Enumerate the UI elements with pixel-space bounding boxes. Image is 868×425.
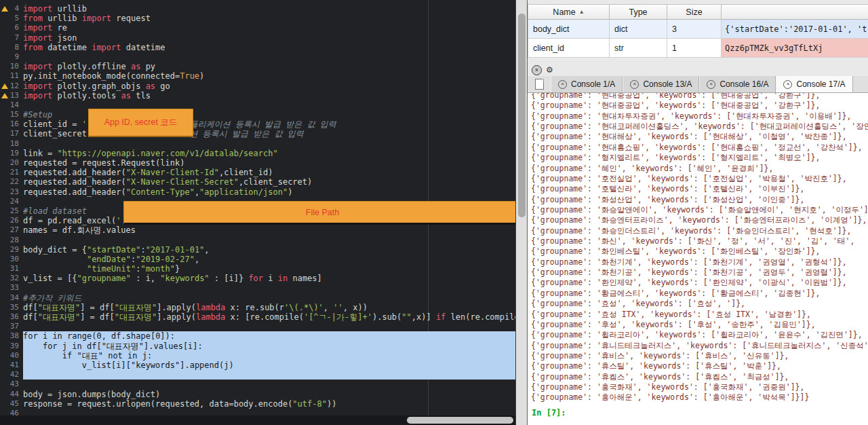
column-header-name[interactable]: Name ▲ [528,4,610,20]
code-line-16[interactable]: 16client_id = ' 플리케이션 등록시 발급 받은 값 입력 [0,119,515,129]
console-output-line: {'groupname': '휠라코리아', 'keywords': ['휠라코… [531,330,868,340]
code-line-31[interactable]: 31 "timeUnit":"month"} [0,264,515,274]
code-line-8[interactable]: 8from datetime import datetime [0,43,515,52]
code-line-28[interactable]: 28 [0,236,515,245]
sort-asc-icon: ▲ [579,9,585,15]
line-number: 31 [0,264,23,274]
code-line-4[interactable]: 4import urllib [0,4,515,14]
tab-close-icon[interactable]: × [783,80,792,89]
console-output-line: {'groupname': '효성', 'keywords': ['효성', '… [531,299,868,309]
line-number: 26 [0,216,23,225]
options-gear-icon[interactable]: ⚙ [546,66,553,75]
line-number: 25 [0,206,23,216]
console-prompt[interactable]: In [7]: [532,408,566,418]
code-line-19[interactable]: 19link = "https://openapi.naver.com/v1/d… [0,149,515,158]
console-tabs: ×Console 1/A×Console 13/A×Console 16/A×C… [551,76,853,92]
code-line-35[interactable]: 35df["대표자명"] = df["대표자명"].apply(lambda x… [0,303,515,312]
code-line-40[interactable]: 40 if "대표" not in j: [0,351,515,361]
code-line-18[interactable]: 18 [0,139,515,149]
code-line-30[interactable]: 30 "endDate":"2019-02-27", [0,255,515,264]
console-output[interactable]: {'groupname': '현대중공업', 'keywords': ['현대중… [531,90,868,403]
line-number: 12 [0,81,23,91]
code-line-5[interactable]: 5from urllib import request [0,14,515,23]
tab-close-icon[interactable]: × [558,80,567,89]
tab-close-icon[interactable]: × [707,80,715,89]
console-output-line: {'groupname': '호텔신라', 'keywords': ['호텔신라… [531,184,868,194]
variable-size[interactable]: 3 [667,20,722,39]
console-output-line: {'groupname': '황금에스티', 'keywords': ['황금에… [531,289,868,299]
code-line-27[interactable]: 27names = df.회사명.values [0,225,515,235]
code-line-22[interactable]: 22requested.add_header("X-Naver-Client-S… [0,177,515,187]
code-line-34[interactable]: 34#추가작 키워드 [0,293,515,303]
code-line-14[interactable]: 14 [0,100,515,110]
tab-console-13-a[interactable]: ×Console 13/A [623,76,699,92]
variable-value[interactable]: {'startDate':'2017-01-01', 't [722,20,868,39]
code-editor[interactable]: 4import urllib5from urllib import reques… [0,0,515,425]
code-line-10[interactable]: 10import plotly.offline as py [0,62,515,71]
code-line-20[interactable]: 20requested = request.Request(link) [0,158,515,168]
code-line-32[interactable]: 32v_list = [{"groupname" : i, "keywords"… [0,274,515,283]
column-header-size[interactable]: Size [667,4,722,20]
code-line-9[interactable]: 9 [0,52,515,62]
console-output-line: {'groupname': '휴스틸', 'keywords': ['휴스틸',… [531,361,868,371]
tab-console-17-a[interactable]: ×Console 17/A [776,76,852,92]
column-header-value[interactable] [722,4,868,20]
line-number: 15 [0,110,23,119]
file-icon [535,79,544,90]
variable-value[interactable]: Qzz6pTMZk_vv3gTfLtXj [722,39,868,58]
code-line-15[interactable]: 15#Setup [0,110,515,119]
variable-type[interactable]: dict [610,20,667,39]
console-output-line: {'groupname': '형지엘리트', 'keywords': ['형지엘… [531,153,868,163]
code-line-38[interactable]: 38for i in range(0, df.shape[0]): [0,331,515,341]
variable-name[interactable]: body_dict [528,20,610,39]
code-line-45[interactable]: 45response = request.urlopen(requested, … [0,399,515,409]
column-header-type[interactable]: Type [610,4,667,20]
file-icon-wrap[interactable] [528,76,551,92]
editor-vertical-scrollbar[interactable] [515,0,527,425]
variable-row-body_dict[interactable]: body_dictdict3{'startDate':'2017-01-01',… [528,20,868,39]
line-number: 41 [0,361,23,370]
variable-type[interactable]: str [610,39,667,58]
annotation-label: File Path [306,208,339,217]
code-line-44[interactable]: 44body = json.dumps(body_dict) [0,390,515,399]
code-line-29[interactable]: 29body_dict = {"startDate":"2017-01-01", [0,245,515,255]
line-number: 37 [0,322,23,331]
horizontal-scrollbar-thumb[interactable] [407,417,513,424]
tab-console-1-a[interactable]: ×Console 1/A [551,76,623,92]
code-line-12[interactable]: 12import plotly.graph_objs as go [0,81,515,91]
line-number: 17 [0,129,23,138]
line-number: 11 [0,71,23,81]
code-line-41[interactable]: 41 v_list[i]["keywords"].append(j) [0,361,515,370]
code-line-23[interactable]: 23requested.add_header("Content-Type","a… [0,187,515,197]
vertical-scrollbar-thumb[interactable] [518,14,526,217]
variable-size[interactable]: 1 [667,39,722,58]
code-line-21[interactable]: 21requested.add_header("X-Naver-Client-I… [0,168,515,177]
code-line-13[interactable]: 13import plotly.tools as tls [0,91,515,100]
tab-console-16-a[interactable]: ×Console 16/A [699,76,776,92]
code-line-37[interactable]: 37 [0,322,515,331]
line-number: 20 [0,158,23,168]
code-line-43[interactable]: 43 [0,380,515,389]
variable-explorer: Name ▲ Type Size body_dictdict3{'startDa… [528,4,868,58]
line-number: 42 [0,370,23,380]
code-line-6[interactable]: 6import re [0,23,515,33]
code-line-17[interactable]: 17client_secret 션 등록시 발급 받은 값 입력 [0,129,515,138]
code-line-7[interactable]: 7import json [0,33,515,43]
console-output-line: {'groupname': '흥국화재', 'keywords': ['흥국화재… [531,382,868,392]
line-number: 4 [0,4,23,14]
code-line-33[interactable]: 33 [0,283,515,293]
variable-name[interactable]: client_id [528,39,610,58]
tab-close-icon[interactable]: × [630,80,639,89]
console-output-line: {'groupname': '화승알앤에이', 'keywords': ['화승… [531,205,868,215]
code-line-39[interactable]: 39 for j in df["대표자명"].values[i]: [0,341,515,351]
code-line-11[interactable]: 11py.init_notebook_mode(connected=True) [0,71,515,81]
warning-icon [1,93,8,98]
variable-row-client_id[interactable]: client_idstr1Qzz6pTMZk_vv3gTfLtXj [528,39,868,58]
line-number: 36 [0,312,23,322]
editor-horizontal-scrollbar[interactable] [0,415,515,425]
console-output-line: {'groupname': '화성산업', 'keywords': ['화성산업… [531,195,868,205]
line-number: 24 [0,197,23,206]
code-line-42[interactable]: 42 [0,370,515,380]
code-line-36[interactable]: 36df["대표자명"] = df["대표자명"].apply(lambda x… [0,312,515,322]
close-pane-icon[interactable]: × [532,65,542,75]
